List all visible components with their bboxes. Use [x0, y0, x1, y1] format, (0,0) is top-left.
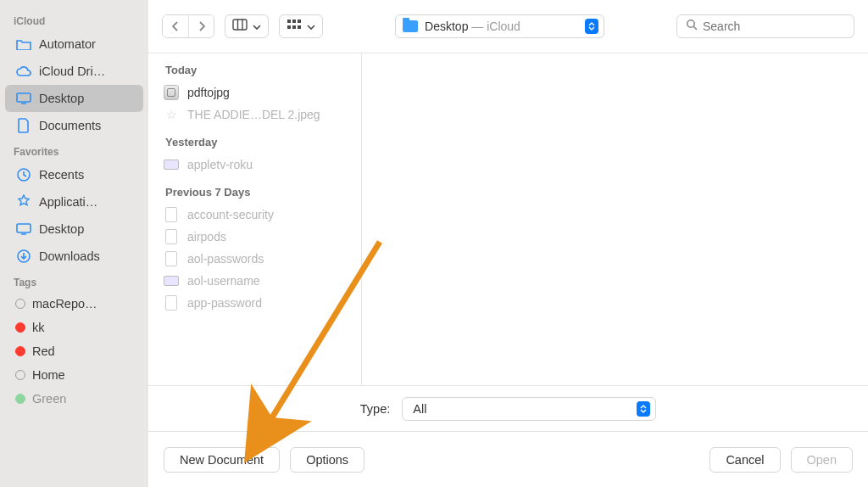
star-icon: ☆ [164, 107, 179, 122]
tv-file-icon [164, 157, 179, 172]
sidebar-section-header: Tags [0, 270, 148, 292]
tag-circle-icon [15, 346, 25, 356]
list-item[interactable]: appletv-roku [148, 154, 361, 176]
sidebar-item-label: Applicati… [39, 195, 97, 209]
folder-icon [403, 20, 418, 32]
sidebar-item-icloud-drive[interactable]: iCloud Dri… [5, 58, 143, 85]
page-icon [164, 251, 179, 266]
list-group-header: Yesterday [148, 126, 361, 154]
sidebar-item-label: Red [32, 344, 55, 358]
file-list-column[interactable]: Today pdftojpg ☆ THE ADDIE…DEL 2.jpeg Ye… [148, 53, 362, 385]
svg-rect-5 [287, 20, 291, 23]
group-button[interactable] [279, 14, 323, 38]
up-down-icon [637, 401, 650, 417]
file-name: THE ADDIE…DEL 2.jpeg [187, 108, 320, 121]
file-name: aol-passwords [187, 252, 264, 266]
preview-pane [362, 53, 868, 385]
list-item[interactable]: ☆ THE ADDIE…DEL 2.jpeg [148, 104, 361, 126]
new-document-button[interactable]: New Document [164, 447, 280, 473]
svg-rect-2 [17, 224, 31, 232]
sidebar-section-header: iCloud [0, 8, 148, 31]
search-icon [686, 19, 698, 34]
svg-rect-8 [287, 25, 291, 29]
list-item[interactable]: pdftojpg [148, 81, 361, 104]
sidebar-item-label: iCloud Dri… [39, 64, 105, 78]
footer: New Document Options Cancel Open [148, 431, 868, 487]
search-field[interactable] [676, 14, 854, 38]
options-button[interactable]: Options [290, 447, 364, 473]
type-row: Type: All [148, 385, 868, 431]
file-name: app-password [187, 296, 262, 310]
list-item[interactable]: account-security [148, 204, 361, 226]
list-item[interactable]: app-password [148, 292, 361, 314]
cancel-button[interactable]: Cancel [709, 447, 780, 473]
sidebar-item-downloads[interactable]: Downloads [5, 243, 143, 270]
tag-circle-icon [15, 370, 25, 380]
sidebar-item-label: Desktop [39, 222, 84, 236]
download-icon [15, 248, 32, 265]
sidebar-item-documents[interactable]: Documents [5, 112, 143, 139]
tv-file-icon [164, 273, 179, 288]
svg-point-11 [687, 20, 694, 27]
svg-rect-0 [17, 93, 31, 102]
path-label: Desktop — iCloud [425, 20, 520, 33]
cloud-icon [15, 63, 32, 80]
list-item[interactable]: aol-passwords [148, 248, 361, 270]
type-label: Type: [360, 402, 390, 416]
list-group-header: Previous 7 Days [148, 176, 361, 204]
automator-file-icon [164, 85, 179, 100]
tag-circle-icon [15, 322, 25, 333]
sidebar-tag-macrepo[interactable]: macRepo… [5, 292, 143, 316]
folder-icon [15, 36, 32, 53]
tag-circle-icon [15, 394, 25, 404]
sidebar-item-desktop[interactable]: Desktop [5, 85, 143, 112]
sidebar-tag-green[interactable]: Green [5, 387, 143, 411]
list-group-header: Today [148, 53, 361, 81]
sidebar-item-applications[interactable]: Applicati… [5, 188, 143, 216]
file-name: account-security [187, 208, 274, 221]
open-button[interactable]: Open [791, 447, 853, 473]
view-columns-button[interactable] [225, 14, 269, 38]
tag-circle-icon [15, 299, 25, 309]
toolbar: Desktop — iCloud [148, 0, 868, 53]
type-select[interactable]: All [402, 397, 656, 421]
desktop-icon [15, 90, 32, 107]
sidebar-item-desktop-fav[interactable]: Desktop [5, 216, 143, 243]
document-icon [15, 117, 32, 134]
svg-rect-7 [298, 20, 301, 23]
back-button[interactable] [163, 15, 188, 37]
sidebar: iCloud Automator iCloud Dri… Desktop Doc… [0, 0, 148, 487]
chevron-down-icon [307, 19, 315, 34]
chevron-down-icon [253, 19, 261, 34]
sidebar-item-label: macRepo… [32, 297, 97, 311]
page-icon [164, 207, 179, 222]
file-name: airpods [187, 230, 226, 244]
forward-button[interactable] [188, 15, 214, 37]
sidebar-item-label: Home [32, 368, 65, 382]
up-down-icon [585, 19, 598, 34]
sidebar-item-label: Green [32, 392, 66, 406]
list-item[interactable]: airpods [148, 226, 361, 248]
sidebar-item-recents[interactable]: Recents [5, 161, 143, 188]
columns-icon [232, 19, 248, 34]
page-icon [164, 229, 179, 244]
app-icon [15, 193, 32, 210]
sidebar-tag-red[interactable]: Red [5, 339, 143, 363]
sidebar-item-label: Documents [39, 119, 101, 132]
svg-rect-9 [292, 25, 296, 29]
sidebar-tag-home[interactable]: Home [5, 363, 143, 387]
type-value: All [413, 402, 426, 416]
file-name: appletv-roku [187, 158, 253, 171]
path-control[interactable]: Desktop — iCloud [395, 14, 604, 38]
file-name: pdftojpg [187, 86, 230, 99]
list-item[interactable]: aol-username [148, 270, 361, 292]
desktop-icon [15, 221, 32, 238]
file-name: aol-username [187, 274, 260, 288]
sidebar-item-automator[interactable]: Automator [5, 31, 143, 58]
sidebar-item-label: Downloads [39, 249, 100, 263]
clock-icon [15, 166, 32, 183]
sidebar-tag-kk[interactable]: kk [5, 316, 143, 339]
grid-icon [287, 19, 302, 34]
sidebar-item-label: kk [32, 321, 45, 334]
search-input[interactable] [703, 20, 845, 33]
